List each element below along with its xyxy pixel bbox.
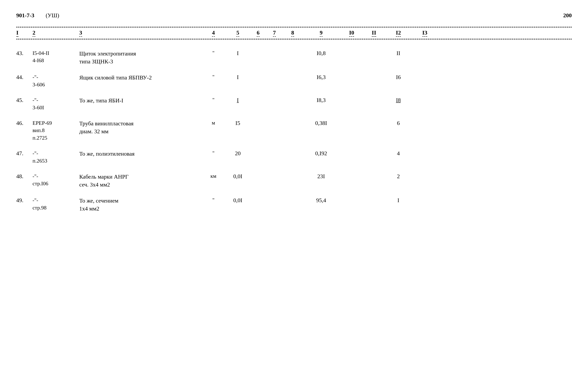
row-price-49: 95,4 (303, 197, 339, 203)
row-unit-49: " (201, 197, 226, 203)
row-desc-43: Щиток электропитаниятипа ЗЩНК-3 (79, 50, 201, 65)
column-headers: I 2 3 4 5 6 7 8 9 I0 II I2 I3 (16, 27, 572, 40)
row-price-45: I8,3 (303, 97, 339, 103)
col-header-4: 4 (201, 29, 226, 37)
row-unit-46: м (201, 120, 226, 126)
row-desc-47: То же, полиэтиленовая (79, 150, 201, 158)
row-price-48: 23I (303, 173, 339, 180)
row-qty-47: 20 (226, 150, 250, 157)
row-total-45: I8 (384, 97, 413, 103)
row-unit-47: " (201, 150, 226, 156)
row-unit-45: " (201, 97, 226, 103)
row-desc-45: То же, типа ЯБИ-I (79, 97, 201, 104)
row-qty-46: I5 (226, 120, 250, 126)
row-num-44: 44. (16, 74, 33, 81)
table-row: 44. -"-3-606 Ящик силовой типа ЯБПВУ-2 "… (16, 69, 572, 92)
row-total-44: I6 (384, 74, 413, 81)
table-row: 47. -"-п.2653 То же, полиэтиленовая " 20… (16, 146, 572, 169)
col-header-8: 8 (283, 29, 303, 37)
row-qty-45: I (226, 97, 250, 103)
col-header-3: 3 (79, 29, 201, 37)
row-unit-48: км (201, 173, 226, 179)
row-unit-43: " (201, 50, 226, 56)
col-header-5: 5 (226, 29, 250, 37)
row-price-46: 0,38I (303, 120, 339, 126)
col-header-6: 6 (250, 29, 266, 37)
table-row: 49. -"-стр.98 То же, сечением1х4 мм2 " 0… (16, 193, 572, 217)
data-table: 43. I5-04-II4-I68 Щиток электропитанияти… (16, 45, 572, 217)
row-total-43: II (384, 50, 413, 57)
row-total-46: 6 (384, 120, 413, 126)
table-row: 46. ЕРЕР-69вип.8п.2725 Труба винилпласто… (16, 115, 572, 146)
page-header: 901-7-3 (УШ) 200 (16, 12, 572, 19)
row-desc-46: Труба винилпластоваядиам. 32 мм (79, 120, 201, 135)
row-ref-48: -"-стр.I06 (33, 173, 79, 187)
table-row: 48. -"-стр.I06 Кабель марки АНРГсеч. 3х4… (16, 169, 572, 193)
row-ref-43: I5-04-II4-I68 (33, 50, 79, 64)
col-header-10: I0 (339, 29, 364, 37)
table-row: 45. -"-3-60I То же, типа ЯБИ-I " I I8,3 … (16, 92, 572, 115)
row-ref-45: -"-3-60I (33, 97, 79, 111)
row-ref-44: -"-3-606 (33, 74, 79, 88)
col-header-7: 7 (266, 29, 283, 37)
row-num-45: 45. (16, 97, 33, 103)
row-price-47: 0,I92 (303, 150, 339, 157)
row-desc-48: Кабель марки АНРГсеч. 3х4 мм2 (79, 173, 201, 189)
row-qty-44: I (226, 74, 250, 81)
row-num-48: 48. (16, 173, 33, 180)
header-left: 901-7-3 (УШ) (16, 12, 59, 19)
row-ref-47: -"-п.2653 (33, 150, 79, 164)
page-number: 200 (563, 12, 572, 19)
row-qty-48: 0,0I (226, 173, 250, 180)
col-header-2: 2 (33, 29, 79, 37)
row-num-49: 49. (16, 197, 33, 203)
row-total-49: I (384, 197, 413, 203)
col-header-9: 9 (303, 29, 339, 37)
col-header-12: I2 (384, 29, 413, 37)
table-row: 43. I5-04-II4-I68 Щиток электропитанияти… (16, 45, 572, 69)
row-ref-49: -"-стр.98 (33, 197, 79, 211)
col-header-11: II (364, 29, 384, 37)
row-desc-49: То же, сечением1х4 мм2 (79, 197, 201, 213)
row-unit-44: " (201, 74, 226, 80)
row-price-44: I6,3 (303, 74, 339, 81)
row-total-48: 2 (384, 173, 413, 180)
doc-number: 901-7-3 (16, 12, 34, 19)
row-qty-49: 0,0I (226, 197, 250, 203)
row-price-43: I0,8 (303, 50, 339, 57)
row-num-46: 46. (16, 120, 33, 126)
doc-type: (УШ) (46, 12, 59, 19)
row-desc-44: Ящик силовой типа ЯБПВУ-2 (79, 74, 201, 81)
row-num-47: 47. (16, 150, 33, 157)
col-header-13: I3 (413, 29, 437, 37)
row-num-43: 43. (16, 50, 33, 57)
row-qty-43: I (226, 50, 250, 57)
row-total-47: 4 (384, 150, 413, 157)
col-header-1: I (16, 29, 33, 37)
row-ref-46: ЕРЕР-69вип.8п.2725 (33, 120, 79, 141)
